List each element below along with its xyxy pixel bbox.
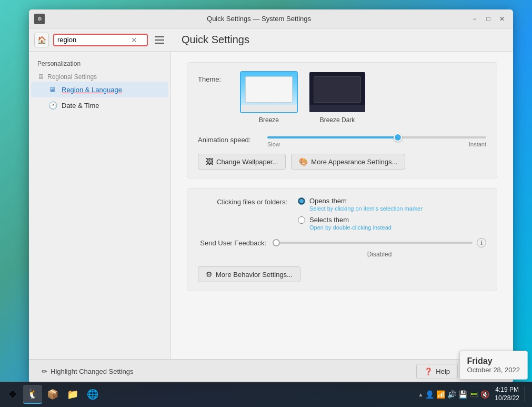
radio-opens-label: Opens them (309, 197, 347, 205)
behavior-icon: ⚙ (206, 270, 213, 279)
taskbar-show-desktop[interactable] (525, 386, 528, 402)
search-clear-button[interactable]: ✕ (131, 36, 137, 44)
radio-option-selects: Selects them Open by double-clicking ins… (298, 216, 423, 231)
taskbar-right: ▲ 👤 📶 🔊 💾 📟 🔇 4:19 PM 10/28/22 (414, 386, 532, 402)
region-language-icon: 🖥 (48, 85, 57, 94)
taskbar: ❖ 🐧 📦 📁 🌐 ▲ 👤 📶 🔊 💾 📟 🔇 4:19 PM 10/28/22 (0, 382, 532, 407)
taskbar-app-browser[interactable]: 🌐 (83, 385, 102, 404)
radio-selects-label: Selects them (309, 216, 349, 224)
minimize-button[interactable]: − (469, 13, 480, 25)
systray-user-icon[interactable]: 👤 (425, 390, 434, 399)
window-title: Quick Settings — System Settings (49, 15, 469, 23)
theme-row: Theme: Breeze (198, 71, 486, 124)
date-time-icon: 🕐 (48, 101, 57, 110)
behavior-buttons-row: ⚙ More Behavior Settings... (198, 266, 486, 282)
app-icon: ⚙ (34, 14, 45, 24)
radio-opens-sub: Select by clicking on item's selection m… (309, 205, 423, 212)
sidebar-item-date-time[interactable]: 🕐 Date & Time (31, 97, 168, 113)
animation-speed-row: Animation speed: Slow Instant (198, 132, 486, 147)
more-behavior-button[interactable]: ⚙ More Behavior Settings... (198, 266, 300, 282)
wallpaper-icon: 🖼 (206, 157, 213, 166)
theme-label: Theme: (198, 71, 229, 83)
animation-slider-container: Slow Instant (267, 132, 486, 147)
radio-selects-sub: Open by double-clicking instead (309, 224, 423, 231)
systray: ▲ 👤 📶 🔊 💾 📟 🔇 (418, 390, 489, 399)
animation-label: Animation speed: (198, 136, 261, 144)
taskbar-app-store[interactable]: 📦 (43, 385, 62, 404)
speed-instant-label: Instant (469, 141, 486, 147)
help-icon: ❓ (424, 368, 433, 375)
breeze-dark-preview (309, 72, 365, 112)
theme-section: Theme: Breeze (187, 62, 497, 178)
sidebar-item-label-region: Region & Language (62, 86, 122, 94)
main-window: ⚙ Quick Settings — System Settings − □ ✕… (29, 9, 513, 383)
clock-time: 4:19 PM (495, 386, 519, 394)
radio-selects-input[interactable] (298, 216, 305, 224)
theme-breeze-dark-thumbnail (308, 71, 366, 113)
tooltip-day-name: Friday (467, 356, 520, 366)
clock-date: 10/28/22 (495, 394, 519, 403)
feedback-info-icon[interactable]: ℹ (477, 238, 486, 247)
feedback-status: Disabled (273, 251, 486, 258)
highlight-icon: ✏ (42, 368, 47, 375)
sidebar-item-region-language[interactable]: 🖥 Region & Language (31, 82, 168, 97)
radio-option-opens: Opens them Select by clicking on item's … (298, 197, 423, 212)
taskbar-app-files[interactable]: 📁 (63, 385, 82, 404)
search-box: ✕ (53, 34, 148, 46)
speed-marks: Slow Instant (267, 141, 486, 147)
radio-opens-main[interactable]: Opens them (298, 197, 423, 205)
page-title: Quick Settings (182, 34, 508, 46)
radio-selects-main[interactable]: Selects them (298, 216, 423, 224)
systray-expand-icon[interactable]: ▲ (418, 392, 423, 398)
home-button[interactable]: 🏠 (34, 33, 49, 47)
maximize-button[interactable]: □ (483, 13, 494, 25)
taskbar-left: ❖ 🐧 📦 📁 🌐 (0, 385, 105, 404)
taskbar-clock[interactable]: 4:19 PM 10/28/22 (491, 386, 523, 402)
search-input[interactable] (57, 36, 131, 44)
close-button[interactable]: ✕ (496, 13, 508, 25)
help-button[interactable]: ❓ Help (416, 364, 458, 379)
toolbar: 🏠 ✕ Quick Settings (29, 28, 513, 52)
main-content: Theme: Breeze (171, 52, 513, 359)
window-controls: − □ ✕ (469, 13, 508, 25)
highlight-changed-button[interactable]: ✏ Highlight Changed Settings (37, 365, 138, 378)
taskbar-app-settings[interactable]: 🐧 (23, 385, 42, 404)
feedback-slider[interactable] (273, 242, 473, 244)
systray-audio-icon[interactable]: 🔊 (447, 390, 456, 399)
speed-slow-label: Slow (267, 141, 280, 147)
click-behavior-label: Clicking files or folders: (198, 197, 287, 206)
taskbar-app-menu[interactable]: ❖ (3, 385, 22, 404)
systray-network-icon[interactable]: 📶 (436, 390, 445, 399)
date-tooltip: Friday October 28, 2022 (459, 351, 528, 380)
theme-breeze[interactable]: Breeze (240, 71, 298, 124)
tooltip-full-date: October 28, 2022 (467, 366, 520, 374)
more-appearance-button[interactable]: 🎨 More Appearance Settings... (291, 154, 405, 170)
sidebar-section-personalization: Personalization (29, 56, 170, 70)
titlebar: ⚙ Quick Settings — System Settings − □ ✕ (29, 9, 513, 28)
behavior-section: Clicking files or folders: Opens them Se… (187, 188, 497, 291)
theme-breeze-name: Breeze (259, 116, 279, 124)
theme-breeze-dark[interactable]: Breeze Dark (308, 71, 366, 124)
appearance-buttons-row: 🖼 Change Wallpaper... 🎨 More Appearance … (198, 154, 486, 170)
click-behavior-radio-group: Opens them Select by clicking on item's … (298, 197, 423, 231)
systray-device-icon[interactable]: 📟 (469, 390, 478, 399)
sidebar: Personalization 🖥 Regional Settings 🖥 Re… (29, 52, 171, 359)
sidebar-item-label-datetime: Date & Time (62, 102, 99, 110)
bottom-bar: ✏ Highlight Changed Settings ❓ Help ↺ Re… (29, 359, 513, 383)
theme-breeze-thumbnail (240, 71, 298, 113)
systray-storage-icon[interactable]: 💾 (458, 390, 467, 399)
menu-button[interactable] (152, 33, 167, 47)
change-wallpaper-button[interactable]: 🖼 Change Wallpaper... (198, 154, 286, 170)
feedback-row: Send User Feedback: ℹ (198, 238, 486, 247)
body-layout: Personalization 🖥 Regional Settings 🖥 Re… (29, 52, 513, 359)
theme-breeze-dark-name: Breeze Dark (320, 116, 355, 124)
feedback-label: Send User Feedback: (198, 239, 266, 247)
theme-options: Breeze Breeze Dark (240, 71, 366, 124)
systray-mute-icon[interactable]: 🔇 (480, 390, 489, 399)
radio-opens-input[interactable] (298, 197, 305, 205)
appearance-icon: 🎨 (299, 157, 308, 166)
click-behavior-row: Clicking files or folders: Opens them Se… (198, 197, 486, 231)
regional-settings-icon: 🖥 (37, 73, 44, 81)
breeze-preview (241, 72, 297, 112)
animation-speed-slider[interactable] (267, 136, 486, 138)
